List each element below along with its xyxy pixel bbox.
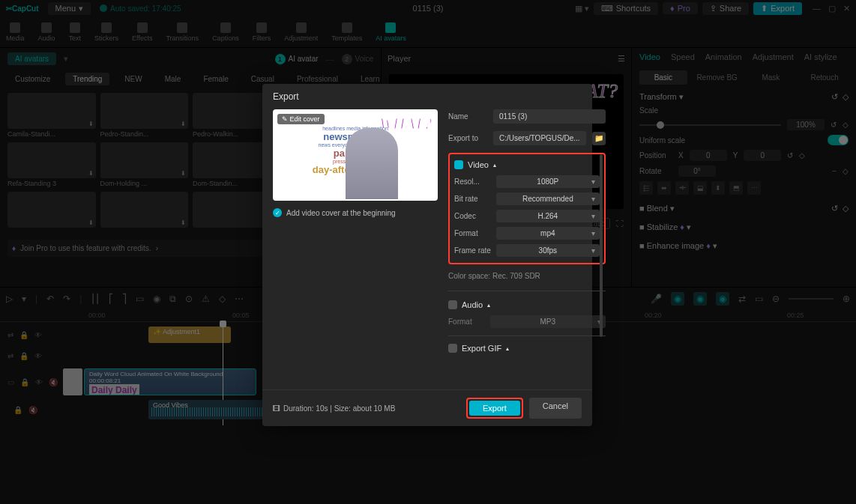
add-cover-checkbox[interactable]: ✓ Add video cover at the beginning [273,208,438,217]
export-info: 🎞Duration: 10s | Size: about 10 MB [273,404,395,413]
audio-format-label: Format [448,318,490,326]
codec-label: Codec [454,212,496,220]
audio-section-header[interactable]: Audio ▴ [448,300,606,309]
name-input[interactable]: 0115 (3) [493,109,606,124]
dialog-scrollbar[interactable] [600,154,603,337]
dialog-title: Export [262,84,592,109]
format-label: Format [454,229,496,237]
cover-preview[interactable]: ✎ Edit cover WHAT? headlines media infor… [273,109,438,201]
check-icon: ✓ [273,208,282,217]
export-dialog: Export ✎ Edit cover WHAT? headlines medi… [262,84,592,426]
resolution-select[interactable]: 1080P [496,175,600,188]
bitrate-label: Bit rate [454,195,496,203]
bitrate-select[interactable]: Recommended [496,192,600,205]
film-icon: 🎞 [273,404,280,413]
export-to-label: Export to [448,134,487,142]
framerate-label: Frame rate [454,246,496,255]
edit-cover-button[interactable]: ✎ Edit cover [277,114,325,124]
framerate-select[interactable]: 30fps [496,244,600,257]
video-section-header[interactable]: Video ▴ [454,160,600,169]
gif-section-header[interactable]: Export GIF ▴ [448,344,606,353]
export-confirm-button[interactable]: Export [469,401,520,416]
video-settings-highlight: Video ▴ Resol...1080P Bit rateRecommende… [448,153,606,264]
name-label: Name [448,112,487,121]
folder-icon[interactable]: 📁 [592,132,606,145]
colorspace-info: Color space: Rec. 709 SDR [448,272,606,280]
cover-person [346,128,398,199]
resolution-label: Resol... [454,177,496,186]
cancel-button[interactable]: Cancel [529,398,582,419]
export-path-input[interactable]: C:/Users/TOPGUS/De... [493,131,586,145]
export-button-highlight: Export [466,398,523,419]
audio-format-select[interactable]: MP3 [490,315,606,328]
format-select[interactable]: mp4 [496,227,600,240]
codec-select[interactable]: H.264 [496,210,600,222]
